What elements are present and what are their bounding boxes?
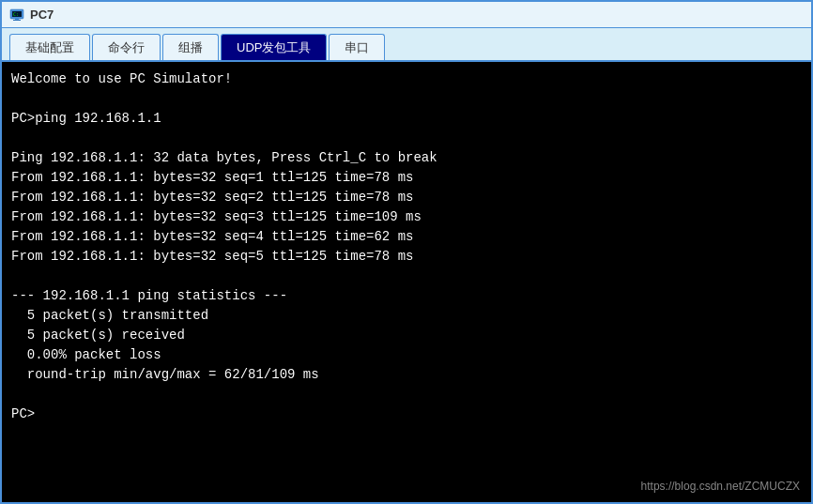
- terminal-area[interactable]: Welcome to use PC Simulator!PC>ping 192.…: [2, 62, 811, 502]
- terminal-line: From 192.168.1.1: bytes=32 seq=4 ttl=125…: [11, 227, 802, 247]
- terminal-line: round-trip min/avg/max = 62/81/109 ms: [11, 365, 802, 385]
- terminal-line: From 192.168.1.1: bytes=32 seq=3 ttl=125…: [11, 207, 802, 227]
- terminal-line: [11, 129, 802, 148]
- tab-basic[interactable]: 基础配置: [9, 34, 90, 60]
- terminal-output: Welcome to use PC Simulator!PC>ping 192.…: [11, 69, 802, 424]
- title-bar: C: PC7: [2, 2, 811, 28]
- terminal-line: Welcome to use PC Simulator!: [11, 69, 802, 89]
- terminal-line: PC>: [11, 405, 802, 424]
- main-window: C: PC7 基础配置 命令行 组播 UDP发包工具 串口 Welcome to…: [0, 0, 813, 504]
- window-title: PC7: [30, 8, 54, 22]
- tab-serial[interactable]: 串口: [329, 34, 385, 60]
- terminal-line: PC>ping 192.168.1.1: [11, 109, 802, 129]
- terminal-line: 0.00% packet loss: [11, 345, 802, 365]
- terminal-line: --- 192.168.1.1 ping statistics ---: [11, 286, 802, 306]
- terminal-line: Ping 192.168.1.1: 32 data bytes, Press C…: [11, 148, 802, 168]
- terminal-line: [11, 89, 802, 109]
- tab-udp[interactable]: UDP发包工具: [221, 34, 327, 60]
- terminal-line: From 192.168.1.1: bytes=32 seq=5 ttl=125…: [11, 247, 802, 267]
- svg-rect-3: [13, 20, 21, 21]
- terminal-line: From 192.168.1.1: bytes=32 seq=2 ttl=125…: [11, 188, 802, 207]
- tab-bar: 基础配置 命令行 组播 UDP发包工具 串口: [2, 28, 811, 62]
- app-icon: C:: [9, 8, 24, 23]
- terminal-line: 5 packet(s) received: [11, 326, 802, 345]
- svg-text:C:: C:: [13, 11, 19, 17]
- terminal-line: [11, 385, 802, 405]
- terminal-line: 5 packet(s) transmitted: [11, 306, 802, 326]
- terminal-line: [11, 267, 802, 286]
- tab-cmd[interactable]: 命令行: [92, 34, 161, 60]
- watermark: https://blog.csdn.net/ZCMUCZX: [641, 478, 800, 495]
- tab-multicast[interactable]: 组播: [162, 34, 219, 60]
- terminal-line: From 192.168.1.1: bytes=32 seq=1 ttl=125…: [11, 168, 802, 188]
